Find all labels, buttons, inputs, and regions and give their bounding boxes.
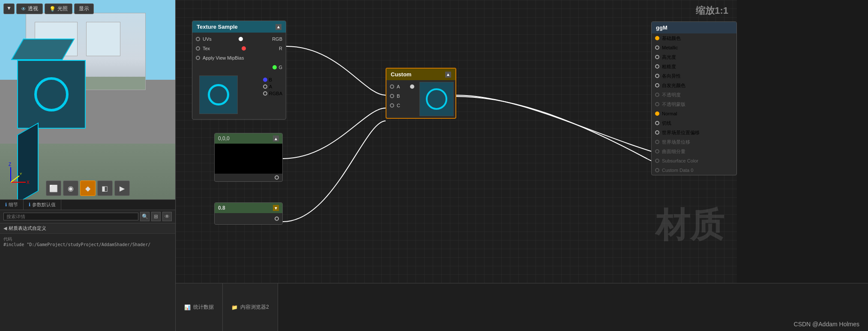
vp-btn-3[interactable]: ◆ bbox=[80, 181, 96, 196]
rgba-output-pin[interactable] bbox=[263, 91, 267, 96]
perspective-button[interactable]: 👁 透视 bbox=[16, 3, 43, 14]
tab-details[interactable]: ℹ 细节 bbox=[0, 200, 24, 210]
material-node[interactable]: ggM 基础颜色 Metallic 高光度 粗糙度 各向异性 bbox=[651, 21, 737, 175]
mat-row-emissive: 自发光颜色 bbox=[652, 81, 736, 90]
custom-data-pin[interactable] bbox=[655, 168, 659, 172]
custom-collapse-btn[interactable]: ▲ bbox=[445, 72, 451, 78]
svg-text:Z: Z bbox=[9, 162, 11, 167]
search-button[interactable]: 🔍 bbox=[140, 212, 150, 221]
viewport-scene: Z X Y bbox=[0, 0, 175, 199]
filter-button[interactable]: 👁 bbox=[162, 212, 172, 221]
bottom-tabs: ℹ 细节 ℹ 参数默认值 bbox=[0, 200, 175, 210]
bottom-search-bar: 🔍 ⊞ 👁 bbox=[0, 210, 175, 223]
mipbias-row: Apply View MipBias bbox=[192, 53, 286, 63]
display-button[interactable]: 显示 bbox=[74, 3, 94, 14]
bottom-panel: ℹ 细节 ℹ 参数默认值 🔍 ⊞ 👁 ◀ 材质表达式自定义 代码 #includ… bbox=[0, 199, 176, 331]
mat-row-normal: Normal bbox=[652, 109, 736, 118]
uvs-row: UVs RGB bbox=[192, 34, 286, 44]
constant-output-pin[interactable] bbox=[275, 175, 279, 180]
material-pins: 基础颜色 Metallic 高光度 粗糙度 各向异性 自发光颜色 bbox=[652, 33, 736, 175]
bottom-bar: 📊 统计数据 📁 内容浏览器2 CSDN @Addam Holmes bbox=[176, 283, 868, 331]
tess-pin[interactable] bbox=[655, 149, 659, 153]
vp-btn-5[interactable]: ▶ bbox=[114, 181, 130, 196]
custom-header: Custom ▲ bbox=[386, 69, 455, 80]
rgb-output-pin[interactable] bbox=[239, 37, 243, 41]
custom-a-out[interactable] bbox=[410, 84, 414, 89]
zoom-label: 缩放1:1 bbox=[696, 4, 728, 17]
custom-c-pin[interactable] bbox=[390, 103, 394, 108]
specular-pin[interactable] bbox=[655, 55, 659, 59]
code-label: 代码 bbox=[3, 237, 12, 241]
custom-body: A B C bbox=[386, 80, 455, 118]
opacity-mask-pin[interactable] bbox=[655, 102, 659, 106]
normal-pin[interactable] bbox=[655, 111, 659, 116]
vp-btn-1[interactable]: ⬜ bbox=[46, 181, 61, 196]
constant-preview bbox=[215, 144, 282, 174]
metallic-pin[interactable] bbox=[655, 45, 659, 50]
float-node[interactable]: 0.8 ▼ bbox=[214, 202, 283, 225]
b-pin-row: B bbox=[263, 77, 282, 82]
scene-cube bbox=[17, 39, 124, 137]
custom-a-pin[interactable] bbox=[390, 84, 394, 89]
mat-row-world-disp: 世界场景位移 bbox=[652, 137, 736, 147]
viewport-toolbar: ▼ 👁 透视 💡 光照 显示 bbox=[3, 3, 94, 14]
subsurface-pin[interactable] bbox=[655, 159, 659, 163]
custom-node[interactable]: Custom ▲ A B bbox=[386, 68, 456, 119]
texture-sample-content: UVs RGB Tex R Apply View MipBias bbox=[192, 33, 286, 119]
float-collapse-btn[interactable]: ▼ bbox=[273, 205, 279, 211]
csdn-watermark: CSDN @Addam Holmes bbox=[794, 321, 859, 328]
b-output-pin[interactable] bbox=[263, 78, 267, 82]
svg-line-4 bbox=[11, 176, 19, 182]
mipbias-input-pin[interactable] bbox=[196, 56, 200, 60]
viewport-dropdown[interactable]: ▼ bbox=[3, 3, 15, 14]
mat-row-roughness: 粗糙度 bbox=[652, 62, 736, 71]
mat-row-custom-data: Custom Data 0 bbox=[652, 166, 736, 175]
custom-a-row: A bbox=[386, 82, 418, 91]
viewport-panel: ▼ 👁 透视 💡 光照 显示 bbox=[0, 0, 176, 199]
code-area: 代码 #include "D:/GameProject/studyProject… bbox=[0, 234, 175, 250]
anisotropy-pin[interactable] bbox=[655, 74, 659, 78]
content-browser-tab[interactable]: 📁 内容浏览器2 bbox=[223, 283, 278, 331]
material-watermark: 材质 bbox=[655, 202, 724, 249]
mat-row-tangent: 切线 bbox=[652, 118, 736, 128]
uvs-input-pin[interactable] bbox=[196, 37, 200, 41]
mat-row-subsurface: Subsurface Color bbox=[652, 156, 736, 166]
tex-input-pin[interactable] bbox=[196, 46, 200, 51]
world-offset-pin[interactable] bbox=[655, 130, 659, 135]
opacity-pin[interactable] bbox=[655, 93, 659, 97]
constant-collapse-btn[interactable]: ▲ bbox=[273, 135, 279, 141]
stats-tab[interactable]: 📊 统计数据 bbox=[176, 283, 223, 331]
texture-circle bbox=[208, 84, 229, 105]
base-color-pin[interactable] bbox=[655, 36, 659, 40]
svg-text:Y: Y bbox=[20, 172, 22, 176]
lighting-button[interactable]: 💡 光照 bbox=[45, 3, 72, 14]
tangent-pin[interactable] bbox=[655, 121, 659, 125]
cube-top-face bbox=[11, 39, 75, 60]
float-output-pin[interactable] bbox=[275, 217, 279, 221]
constant-node[interactable]: 0,0,0 ▲ bbox=[214, 133, 283, 182]
mat-row-opacity: 不透明度 bbox=[652, 90, 736, 99]
custom-pins-left: A B C bbox=[386, 80, 418, 118]
grid-view-button[interactable]: ⊞ bbox=[151, 212, 161, 221]
r-output-pin[interactable] bbox=[242, 46, 246, 51]
custom-b-pin[interactable] bbox=[390, 94, 394, 98]
cube-front-face bbox=[17, 60, 86, 129]
content-icon: 📁 bbox=[231, 304, 238, 310]
collapse-btn[interactable]: ▲ bbox=[275, 24, 281, 30]
world-disp-pin[interactable] bbox=[655, 140, 659, 144]
vp-btn-2[interactable]: ◉ bbox=[63, 181, 78, 196]
graph-canvas[interactable]: 缩放1:1 Texture Sample ▲ UVs RGB bbox=[176, 0, 737, 283]
cube-circle-logo bbox=[34, 77, 69, 111]
emissive-pin[interactable] bbox=[655, 83, 659, 87]
vp-btn-4[interactable]: ◧ bbox=[97, 181, 113, 196]
roughness-pin[interactable] bbox=[655, 64, 659, 69]
g-output-pin[interactable] bbox=[272, 65, 277, 69]
tab-params[interactable]: ℹ 参数默认值 bbox=[24, 200, 61, 210]
material-header: ggM bbox=[652, 22, 736, 33]
texture-sample-node[interactable]: Texture Sample ▲ UVs RGB Tex R bbox=[192, 21, 286, 120]
stats-icon: 📊 bbox=[184, 304, 191, 310]
mat-row-base-color: 基础颜色 bbox=[652, 33, 736, 43]
mat-row-world-offset: 世界场景位置偏移 bbox=[652, 128, 736, 137]
a-output-pin[interactable] bbox=[263, 84, 267, 89]
search-input[interactable] bbox=[3, 213, 138, 220]
